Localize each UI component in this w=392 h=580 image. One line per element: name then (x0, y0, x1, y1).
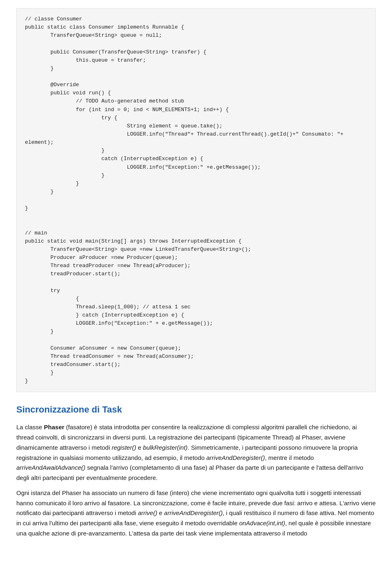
onadvace-method: onAdvace(int,int) (239, 520, 285, 526)
arriveawaitadvance-method: arriveAndAwaitAdvance() (16, 464, 85, 471)
prose-content: La classe Phaser (fasatore) è stata intr… (16, 422, 376, 538)
section-title: Sincronizzazione di Task (16, 404, 376, 415)
arrive-method: arrive() (138, 509, 158, 516)
arrivederegister-method: arriveAndDeregister() (206, 454, 265, 461)
code-section: // classe Consumer public static class C… (16, 8, 376, 392)
arrivederegister-method-2: arriveAndDeregister() (164, 509, 223, 516)
register-method: register() (111, 444, 136, 451)
bulkregister-method: bulkRegister(int) (143, 444, 187, 451)
code-block: // classe Consumer public static class C… (16, 8, 376, 392)
prose-paragraph-1: La classe Phaser (fasatore) è stata intr… (16, 422, 376, 483)
prose-paragraph-2: Ogni istanza del Phaser ha associato un … (16, 488, 376, 539)
phaser-bold: Phaser (44, 424, 65, 431)
